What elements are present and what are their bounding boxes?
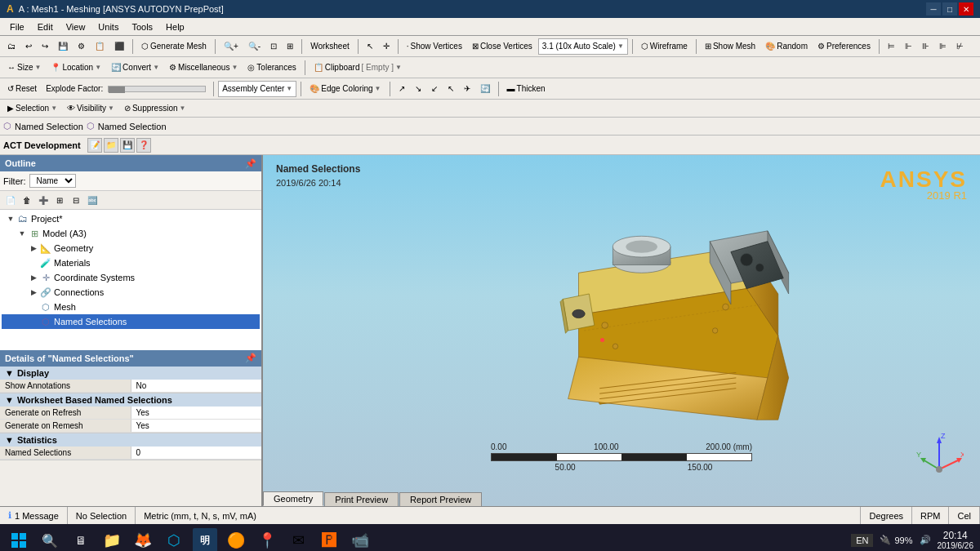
expand-ns[interactable]: ▶ — [28, 316, 39, 327]
minimize-button[interactable]: ─ — [926, 2, 941, 16]
expand-coord[interactable]: ▶ — [28, 272, 39, 283]
ot-collapse[interactable]: ⊟ — [69, 193, 83, 207]
edge-coloring-button[interactable]: 🎨 Edge Coloring ▼ — [305, 80, 385, 98]
expand-mesh[interactable]: ▶ — [28, 301, 39, 313]
tab-print-preview[interactable]: Print Preview — [324, 492, 399, 506]
tolerances-button[interactable]: ◎ Tolerances — [243, 59, 300, 77]
search-button[interactable]: 🔍 — [38, 528, 62, 551]
suppression-button[interactable]: ⊘ Suppression ▼ — [120, 100, 190, 118]
firefox-button[interactable]: 🦊 — [131, 528, 155, 551]
tb-view2[interactable]: ⊩ — [901, 38, 916, 56]
tb-icon-3[interactable]: ↪ — [38, 38, 52, 56]
tb-move-icon[interactable]: ✈ — [460, 80, 474, 98]
convert-button[interactable]: 🔄 Convert ▼ — [107, 59, 163, 77]
tb-cursor[interactable]: ↖ — [363, 38, 377, 56]
assembly-center-dropdown[interactable]: Assembly Center ▼ — [218, 81, 296, 97]
tree-item-ns[interactable]: ▶ ⬡ Named Selections — [2, 314, 260, 329]
tree-item-geometry[interactable]: ▶ 📐 Geometry — [2, 241, 260, 256]
ot-sort[interactable]: 🔤 — [85, 193, 100, 207]
expand-geo[interactable]: ▶ — [28, 242, 39, 254]
task-view-button[interactable]: 🖥 — [69, 528, 93, 551]
close-vertices-button[interactable]: ⊠ Close Vertices — [468, 38, 537, 56]
generate-mesh-button[interactable]: ⬡ Generate Mesh — [137, 38, 211, 56]
tb-arrow1[interactable]: ↗ — [394, 80, 409, 98]
tb-move[interactable]: ✛ — [379, 38, 394, 56]
app-6-button[interactable]: 明 — [193, 528, 217, 551]
3d-model[interactable] — [426, 220, 915, 441]
menu-view[interactable]: View — [60, 20, 92, 33]
clipboard-button[interactable]: 📋 Clipboard [ Empty ] ▼ — [310, 59, 406, 77]
preferences-button[interactable]: ⚙ Preferences — [813, 38, 875, 56]
ot-add[interactable]: ➕ — [36, 193, 51, 207]
title-bar-controls[interactable]: ─ □ ✕ — [926, 2, 973, 16]
show-mesh-button[interactable]: ⊞ Show Mesh — [701, 38, 760, 56]
ot-new[interactable]: 📄 — [3, 193, 18, 207]
tb-arrow2[interactable]: ↘ — [411, 80, 425, 98]
menu-units[interactable]: Units — [91, 20, 125, 33]
tab-geometry[interactable]: Geometry — [263, 491, 323, 506]
act-icon-1[interactable]: 📝 — [87, 138, 102, 153]
app-10-button[interactable]: 🅿 — [317, 528, 341, 551]
app-5-button[interactable]: ⬡ — [162, 528, 186, 551]
act-icon-2[interactable]: 📁 — [104, 138, 118, 153]
clock[interactable]: 20:14 2019/6/26 — [938, 530, 974, 551]
tb-zoom1[interactable]: 🔍+ — [220, 38, 243, 56]
miscellaneous-button[interactable]: ⚙ Miscellaneous ▼ — [165, 59, 242, 77]
random-button[interactable]: 🎨 Random — [761, 38, 812, 56]
tree-item-materials[interactable]: ▶ 🧪 Materials — [2, 256, 260, 270]
volume-icon[interactable]: 🔊 — [920, 535, 931, 545]
tb-arrow3[interactable]: ↙ — [427, 80, 442, 98]
display-section-header[interactable]: ▼ Display — [0, 367, 261, 380]
tb-view4[interactable]: ⊫ — [935, 38, 951, 56]
menu-help[interactable]: Help — [159, 20, 191, 33]
location-button[interactable]: 📍 Location ▼ — [47, 59, 105, 77]
tb-icon-5[interactable]: ⚙ — [74, 38, 89, 56]
close-button[interactable]: ✕ — [959, 2, 973, 16]
app-7-button[interactable]: 🟠 — [224, 528, 248, 551]
wireframe-button[interactable]: ⬡ Wireframe — [637, 38, 692, 56]
tb-zoom4[interactable]: ⊞ — [283, 38, 297, 56]
file-explorer-button[interactable]: 📁 — [100, 528, 124, 551]
ot-expand[interactable]: ⊞ — [52, 193, 67, 207]
size-button[interactable]: ↔ Size ▼ — [3, 59, 45, 77]
thicken-button[interactable]: ▬ Thicken — [503, 80, 550, 98]
maximize-button[interactable]: □ — [942, 2, 957, 16]
tb-zoom3[interactable]: ⊡ — [266, 38, 281, 56]
tb-icon-4[interactable]: 💾 — [54, 38, 72, 56]
tb-icon-1[interactable]: 🗂 — [3, 38, 20, 56]
tb-arrow4[interactable]: ↖ — [443, 80, 458, 98]
tb-view3[interactable]: ⊪ — [918, 38, 933, 56]
expand-mat[interactable]: ▶ — [28, 257, 39, 269]
start-button[interactable] — [7, 528, 31, 551]
act-icon-3[interactable]: 💾 — [120, 138, 135, 153]
ot-delete[interactable]: 🗑 — [20, 193, 34, 207]
worksheet-button[interactable]: Worksheet — [306, 38, 354, 56]
act-icon-4[interactable]: ❓ — [136, 138, 151, 153]
tb-view1[interactable]: ⊨ — [884, 38, 899, 56]
selection-button[interactable]: ▶ Selection ▼ — [3, 100, 61, 118]
filter-dropdown[interactable]: Name — [29, 174, 76, 188]
tree-item-mesh[interactable]: ▶ ⬡ Mesh — [2, 300, 260, 314]
tab-report-preview[interactable]: Report Preview — [399, 492, 482, 506]
tb-view5[interactable]: ⊬ — [952, 38, 968, 56]
tb-rotate-icon[interactable]: 🔄 — [476, 80, 494, 98]
tb-icon-2[interactable]: ↩ — [21, 38, 36, 56]
tree-item-coord[interactable]: ▶ ✛ Coordinate Systems — [2, 270, 260, 285]
menu-tools[interactable]: Tools — [125, 20, 159, 33]
tb-icon-6[interactable]: 📋 — [91, 38, 109, 56]
worksheet-section-header[interactable]: ▼ Worksheet Based Named Selections — [0, 393, 261, 407]
expand-model[interactable]: ▼ — [16, 228, 28, 239]
app-8-button[interactable]: 📍 — [255, 528, 279, 551]
explode-slider[interactable] — [108, 86, 206, 92]
app-9-button[interactable]: ✉ — [286, 528, 310, 551]
reset-button[interactable]: ↺ Reset — [3, 80, 41, 98]
expand-project[interactable]: ▼ — [5, 213, 16, 224]
menu-file[interactable]: File — [3, 20, 31, 33]
scale-dropdown[interactable]: 3.1 (10x Auto Scale) ▼ — [538, 38, 628, 55]
tb-icon-7[interactable]: ⬛ — [110, 38, 128, 56]
expand-conn[interactable]: ▶ — [28, 287, 39, 298]
tree-item-connections[interactable]: ▶ 🔗 Connections — [2, 285, 260, 300]
menu-edit[interactable]: Edit — [31, 20, 60, 33]
app-11-button[interactable]: 📹 — [348, 528, 372, 551]
outline-pin[interactable]: 📌 — [245, 158, 256, 169]
